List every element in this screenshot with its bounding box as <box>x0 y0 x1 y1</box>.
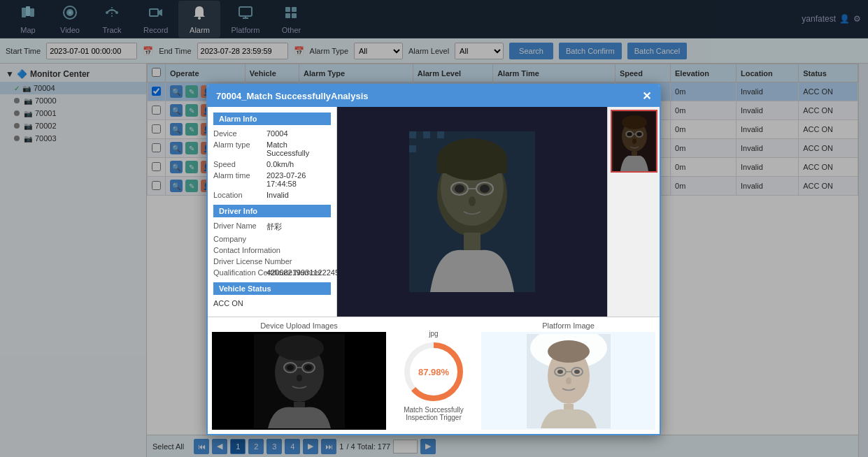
license-row: Driver License Number <box>213 257 331 266</box>
alarm-type-row: Alarm type Match Successfully <box>213 140 331 157</box>
driver-name-value: 舒彩 <box>266 222 282 232</box>
company-label: Company <box>213 235 262 243</box>
svg-rect-32 <box>437 131 444 138</box>
svg-rect-30 <box>409 131 416 138</box>
match-section: jpg 87.98% Match Successfully Inspection… <box>392 321 476 430</box>
alarm-type-value: Match Successfully <box>266 140 331 157</box>
vehicle-status-title: Vehicle Status <box>213 282 331 295</box>
speed-row: Speed 0.0km/h <box>213 160 331 168</box>
speed-value: 0.0km/h <box>266 160 294 168</box>
svg-point-39 <box>627 132 632 136</box>
modal-header: 70004_Match SuccessfullyAnalysis ✕ <box>208 85 660 107</box>
match-percent: 87.98% <box>418 367 449 377</box>
analysis-modal: 70004_Match SuccessfullyAnalysis ✕ Alarm… <box>206 84 661 435</box>
modal-close-button[interactable]: ✕ <box>642 89 651 103</box>
device-label: Device <box>213 129 262 138</box>
match-label: Match Successfully Inspection Trigger <box>404 406 464 421</box>
driver-info-title: Driver Info <box>213 205 331 217</box>
main-face-image <box>337 107 607 317</box>
svg-point-63 <box>574 370 580 374</box>
match-filename: jpg <box>429 330 438 338</box>
device-upload-section: Device Upload Images <box>212 321 386 430</box>
device-upload-label: Device Upload Images <box>212 321 386 330</box>
svg-point-26 <box>469 196 476 206</box>
location-value: Invalid <box>266 191 289 199</box>
driver-name-label: Driver Name <box>213 222 262 232</box>
svg-point-64 <box>566 377 571 384</box>
vehicle-status-row: ACC ON <box>213 299 331 307</box>
speed-label: Speed <box>213 160 262 168</box>
modal-bottom: Device Upload Images <box>208 317 660 434</box>
device-row: Device 70004 <box>213 129 331 138</box>
svg-point-40 <box>637 132 641 136</box>
modal-body: Alarm Info Device 70004 Alarm type Match… <box>208 107 660 317</box>
svg-rect-31 <box>423 131 430 138</box>
svg-point-41 <box>632 138 636 144</box>
svg-point-51 <box>297 375 302 382</box>
location-row: Location Invalid <box>213 191 331 199</box>
face-svg <box>409 131 535 292</box>
svg-point-62 <box>557 370 563 374</box>
svg-rect-29 <box>464 233 481 250</box>
svg-point-52 <box>275 335 324 361</box>
device-face-svg <box>254 334 345 428</box>
alarm-time-label: Alarm time <box>213 171 262 188</box>
location-label: Location <box>213 191 262 199</box>
platform-image-label: Platform Image <box>481 321 655 330</box>
svg-point-42 <box>622 115 647 129</box>
device-value: 70004 <box>266 129 288 138</box>
qualification-row: Qualification Certificate Number 4206821… <box>213 268 331 277</box>
alarm-info-title: Alarm Info <box>213 113 331 125</box>
contact-label: Contact Information <box>213 246 280 254</box>
modal-title: 70004_Match SuccessfullyAnalysis <box>216 91 369 101</box>
svg-point-65 <box>548 340 590 363</box>
thumbnail-face[interactable] <box>611 110 657 173</box>
match-progress-ring: 87.98% <box>402 340 465 403</box>
contact-row: Contact Information <box>213 246 331 254</box>
driver-name-row: Driver Name 舒彩 <box>213 222 331 232</box>
company-row: Company <box>213 235 331 243</box>
qualification-value: 420682199311222454 <box>266 268 343 277</box>
platform-image <box>481 332 655 430</box>
svg-point-24 <box>455 184 464 193</box>
vehicle-status-value: ACC ON <box>213 299 243 307</box>
alarm-time-value: 2023-07-26 17:44:58 <box>266 171 331 188</box>
svg-point-25 <box>480 184 490 193</box>
platform-image-section: Platform Image <box>481 321 655 430</box>
alarm-type-label: Alarm type <box>213 140 262 157</box>
platform-face-svg <box>527 334 611 428</box>
thumbnail-panel <box>607 107 660 317</box>
svg-rect-33 <box>409 145 416 152</box>
qualification-label: Qualification Certificate Number <box>213 268 262 277</box>
device-upload-image <box>212 332 386 430</box>
modal-info-panel: Alarm Info Device 70004 Alarm type Match… <box>208 107 337 317</box>
license-label: Driver License Number <box>213 257 292 266</box>
svg-point-49 <box>287 365 294 370</box>
modal-overlay: 70004_Match SuccessfullyAnalysis ✕ Alarm… <box>0 0 868 457</box>
svg-rect-28 <box>437 159 507 173</box>
alarm-time-row: Alarm time 2023-07-26 17:44:58 <box>213 171 331 188</box>
thumb-face-svg <box>613 112 655 171</box>
svg-point-50 <box>305 365 312 370</box>
